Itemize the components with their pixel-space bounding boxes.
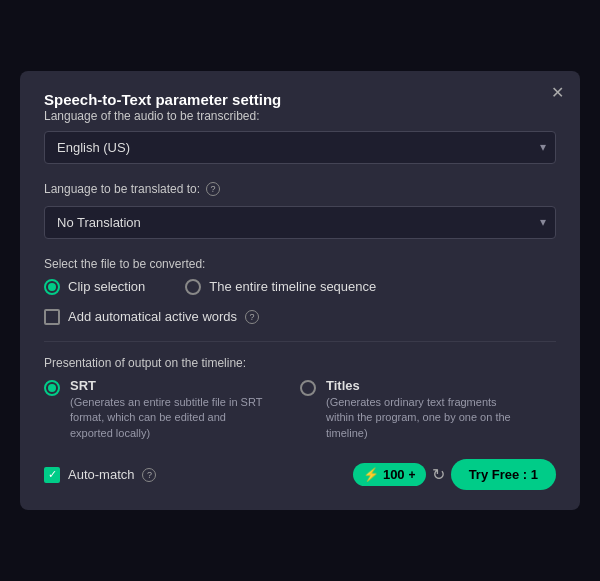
srt-title: SRT	[70, 378, 270, 393]
entire-timeline-option[interactable]: The entire timeline sequence	[185, 279, 376, 295]
language-translate-select[interactable]: No Translation	[44, 206, 556, 239]
language-audio-select[interactable]: English (US)	[44, 131, 556, 164]
presentation-section: Presentation of output on the timeline: …	[44, 356, 556, 441]
refresh-icon[interactable]: ↻	[432, 465, 445, 484]
credits-row: ⚡ 100 + ↻ Try Free : 1	[353, 459, 556, 490]
divider	[44, 341, 556, 342]
dialog-title: Speech-to-Text parameter setting	[44, 91, 281, 108]
clip-selection-label: Clip selection	[68, 279, 145, 294]
auto-match-label: Auto-match	[68, 467, 134, 482]
credits-lightning-icon: ⚡	[363, 467, 379, 482]
dialog-box: Speech-to-Text parameter setting ✕ Langu…	[20, 71, 580, 510]
file-section-label: Select the file to be converted:	[44, 257, 556, 271]
titles-option[interactable]: Titles (Generates ordinary text fragment…	[300, 378, 556, 441]
credits-badge: ⚡ 100 +	[353, 463, 426, 486]
language-translate-row: Language to be translated to: ?	[44, 182, 556, 196]
clip-selection-option[interactable]: Clip selection	[44, 279, 145, 295]
srt-option[interactable]: SRT (Generates an entire subtitle file i…	[44, 378, 300, 441]
auto-match-help-icon[interactable]: ?	[142, 468, 156, 482]
clip-selection-radio[interactable]	[44, 279, 60, 295]
active-words-help-icon[interactable]: ?	[245, 310, 259, 324]
close-button[interactable]: ✕	[551, 85, 564, 101]
presentation-label: Presentation of output on the timeline:	[44, 356, 556, 370]
translate-help-icon[interactable]: ?	[206, 182, 220, 196]
titles-title: Titles	[326, 378, 526, 393]
modal-overlay: Speech-to-Text parameter setting ✕ Langu…	[0, 0, 600, 581]
entire-timeline-label: The entire timeline sequence	[209, 279, 376, 294]
auto-match-row[interactable]: Auto-match ?	[44, 467, 156, 483]
active-words-label: Add automatical active words	[68, 309, 237, 324]
credits-value: 100	[383, 467, 405, 482]
language-audio-label: Language of the audio to be transcribed:	[44, 109, 556, 123]
titles-radio[interactable]	[300, 380, 316, 396]
active-words-row[interactable]: Add automatical active words ?	[44, 309, 556, 325]
footer-row: Auto-match ? ⚡ 100 + ↻ Try Free : 1	[44, 459, 556, 490]
srt-desc: (Generates an entire subtitle file in SR…	[70, 395, 270, 441]
auto-match-checkbox[interactable]	[44, 467, 60, 483]
language-audio-select-wrapper: English (US) ▾	[44, 131, 556, 164]
active-words-checkbox[interactable]	[44, 309, 60, 325]
entire-timeline-radio[interactable]	[185, 279, 201, 295]
file-radio-group: Clip selection The entire timeline seque…	[44, 279, 556, 295]
language-translate-label: Language to be translated to:	[44, 182, 200, 196]
credits-plus-icon[interactable]: +	[409, 468, 416, 482]
titles-option-text: Titles (Generates ordinary text fragment…	[326, 378, 526, 441]
output-options-group: SRT (Generates an entire subtitle file i…	[44, 378, 556, 441]
srt-radio[interactable]	[44, 380, 60, 396]
try-free-button[interactable]: Try Free : 1	[451, 459, 556, 490]
titles-desc: (Generates ordinary text fragments withi…	[326, 395, 526, 441]
language-translate-select-wrapper: No Translation ▾	[44, 206, 556, 239]
srt-option-text: SRT (Generates an entire subtitle file i…	[70, 378, 270, 441]
